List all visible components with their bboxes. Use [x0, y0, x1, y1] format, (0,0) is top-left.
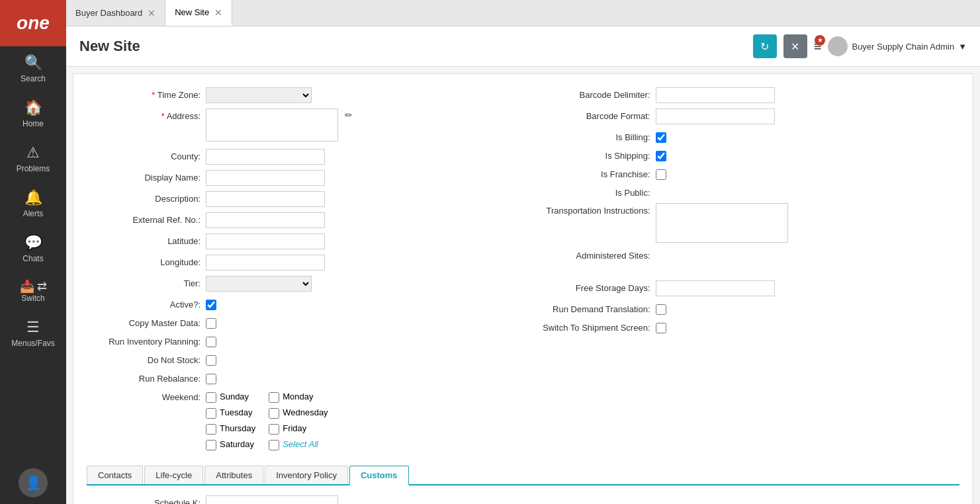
- is-franchise-checkbox[interactable]: [656, 169, 666, 180]
- thursday-label: Thursday: [220, 423, 255, 433]
- menu-button[interactable]: ≡ ★: [814, 39, 822, 54]
- form-left-col: Time Zone: Address: ✏ County:: [87, 87, 510, 456]
- barcode-format-group: Barcode Format:: [537, 108, 960, 124]
- sidebar: one 🔍 Search 🏠 Home ⚠ Problems 🔔 Alerts …: [0, 0, 66, 504]
- tab-label: New Site: [175, 7, 209, 17]
- tab-contacts[interactable]: Contacts: [87, 466, 143, 484]
- run-demand-label: Run Demand Translation:: [537, 302, 656, 314]
- timezone-select[interactable]: [206, 87, 312, 103]
- page-header: New Site ↻ ✕ ≡ ★ Buyer Supply Chain Admi…: [66, 26, 980, 67]
- tab-new-site[interactable]: New Site ✕: [165, 0, 232, 26]
- barcode-delim-input[interactable]: [656, 87, 775, 103]
- tab-label: Buyer Dashboard: [75, 8, 142, 18]
- sidebar-item-label: Chats: [22, 254, 43, 263]
- sidebar-item-home[interactable]: 🏠 Home: [0, 91, 66, 136]
- external-ref-group: External Ref. No.:: [87, 212, 510, 228]
- run-rebalance-checkbox[interactable]: [206, 374, 216, 384]
- display-name-input[interactable]: [206, 170, 325, 186]
- switch-shipment-checkbox[interactable]: [656, 323, 666, 333]
- run-rebalance-label: Run Rebalance:: [87, 371, 206, 384]
- run-demand-checkbox[interactable]: [656, 304, 666, 315]
- sidebar-item-label: Problems: [17, 164, 50, 173]
- sidebar-switch[interactable]: 📥 ⇄ Switch: [0, 271, 66, 311]
- active-group: Active?:: [87, 297, 510, 310]
- free-storage-input[interactable]: [656, 280, 775, 296]
- sidebar-item-alerts[interactable]: 🔔 Alerts: [0, 181, 66, 226]
- sidebar-item-chats[interactable]: 💬 Chats: [0, 226, 66, 271]
- county-input[interactable]: [206, 149, 325, 165]
- tab-close-buyer[interactable]: ✕: [148, 8, 156, 19]
- free-storage-group: Free Storage Days:: [537, 280, 960, 296]
- is-shipping-checkbox[interactable]: [656, 151, 666, 161]
- refresh-button[interactable]: ↻: [753, 34, 777, 58]
- tab-lifecycle[interactable]: Life-cycle: [144, 466, 203, 484]
- tab-buyer-dashboard[interactable]: Buyer Dashboard ✕: [66, 0, 165, 26]
- friday-row: Friday: [269, 421, 328, 435]
- tuesday-checkbox[interactable]: [206, 408, 216, 419]
- external-ref-input[interactable]: [206, 212, 325, 228]
- customs-tab-content: Schedule K: Schedule D:: [87, 485, 959, 504]
- select-all-checkbox[interactable]: [269, 440, 279, 450]
- tab-contacts-label: Contacts: [98, 470, 132, 480]
- home-icon: 🏠: [24, 99, 42, 116]
- thursday-checkbox[interactable]: [206, 424, 216, 435]
- tab-lifecycle-label: Life-cycle: [156, 470, 192, 480]
- wednesday-checkbox[interactable]: [269, 408, 279, 419]
- tab-inventory-policy-label: Inventory Policy: [276, 470, 337, 480]
- tab-attributes[interactable]: Attributes: [204, 466, 263, 484]
- friday-checkbox[interactable]: [269, 424, 279, 435]
- active-checkbox[interactable]: [206, 300, 216, 310]
- sidebar-item-search[interactable]: 🔍 Search: [0, 46, 66, 91]
- sidebar-item-problems[interactable]: ⚠ Problems: [0, 136, 66, 181]
- menus-icon: ☰: [26, 319, 40, 336]
- description-label: Description:: [87, 191, 206, 204]
- longitude-group: Longitude:: [87, 255, 510, 271]
- administered-sites-group: Administered Sites:: [537, 248, 960, 261]
- saturday-row: Saturday: [206, 437, 255, 450]
- tier-label: Tier:: [87, 276, 206, 288]
- menu-badge: ★: [815, 35, 825, 46]
- sidebar-item-menus[interactable]: ☰ Menus/Favs: [0, 311, 66, 356]
- tab-close-new-site[interactable]: ✕: [214, 7, 222, 18]
- description-input[interactable]: [206, 191, 325, 207]
- content-area: Time Zone: Address: ✏ County:: [66, 67, 980, 504]
- is-billing-group: Is Billing:: [537, 130, 960, 143]
- barcode-delim-group: Barcode Delimiter:: [537, 87, 960, 103]
- wednesday-row: Wednesday: [269, 405, 328, 419]
- transport-inst-label: Transportation Instructions:: [537, 203, 656, 216]
- is-billing-checkbox[interactable]: [656, 132, 666, 143]
- barcode-delim-label: Barcode Delimiter:: [537, 87, 656, 100]
- avatar[interactable]: 👤: [19, 468, 48, 497]
- run-inventory-checkbox[interactable]: [206, 337, 216, 347]
- address-wrapper: ✏: [206, 108, 338, 144]
- latitude-input[interactable]: [206, 233, 325, 249]
- user-role-selector[interactable]: Buyer Supply Chain Admin ▼: [828, 36, 967, 56]
- tab-customs[interactable]: Customs: [349, 466, 409, 485]
- weekend-cols: Sunday Tuesday Thursday: [206, 390, 328, 450]
- weekend-label: Weekend:: [87, 390, 206, 402]
- app-logo[interactable]: one: [0, 0, 66, 46]
- sunday-checkbox[interactable]: [206, 392, 216, 403]
- problems-icon: ⚠: [26, 144, 40, 161]
- tab-customs-label: Customs: [361, 470, 398, 480]
- avatar-icon: 👤: [25, 475, 42, 491]
- schedule-k-group: Schedule K:: [87, 495, 959, 504]
- saturday-checkbox[interactable]: [206, 440, 216, 450]
- is-franchise-group: Is Franchise:: [537, 167, 960, 180]
- transport-inst-input[interactable]: [656, 203, 788, 243]
- edit-icon[interactable]: ✏: [345, 110, 353, 120]
- tab-inventory-policy[interactable]: Inventory Policy: [265, 466, 348, 484]
- address-input[interactable]: [206, 108, 338, 142]
- tier-select[interactable]: [206, 276, 312, 292]
- close-form-button[interactable]: ✕: [783, 34, 807, 58]
- latitude-group: Latitude:: [87, 233, 510, 249]
- schedule-k-input[interactable]: [206, 495, 338, 504]
- select-all-label[interactable]: Select All: [283, 439, 318, 449]
- barcode-format-input[interactable]: [656, 108, 775, 124]
- monday-row: Monday: [269, 390, 328, 403]
- longitude-input[interactable]: [206, 255, 325, 271]
- copy-master-checkbox[interactable]: [206, 318, 216, 329]
- search-icon: 🔍: [24, 54, 42, 71]
- monday-checkbox[interactable]: [269, 392, 279, 403]
- do-not-stock-checkbox[interactable]: [206, 355, 216, 366]
